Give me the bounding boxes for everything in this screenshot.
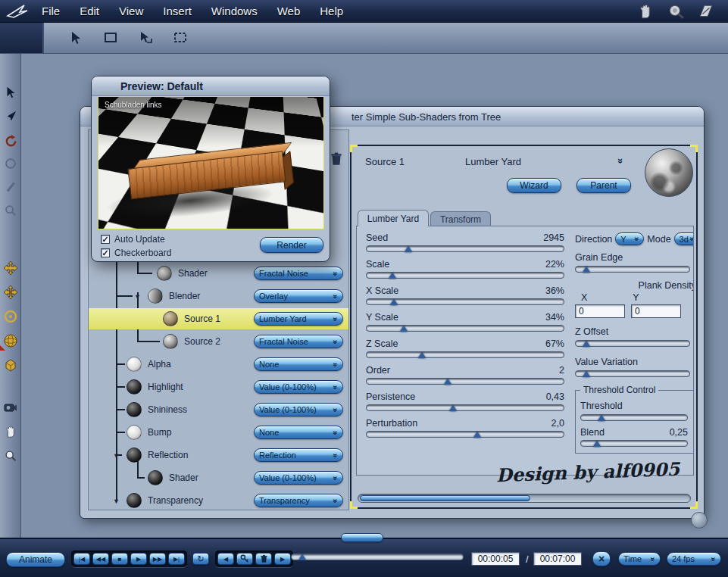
page-room-icon[interactable] (696, 3, 716, 20)
value-variation-slider[interactable] (575, 370, 690, 377)
dashed-marquee-tool-icon[interactable] (170, 27, 191, 48)
plank-density-y-input[interactable] (631, 304, 681, 318)
sphere-manipulator-tool-icon[interactable] (2, 332, 19, 349)
hand-room-icon[interactable] (636, 3, 655, 20)
slider-thumb[interactable] (583, 267, 590, 273)
camera-tool-icon[interactable] (2, 399, 19, 416)
shininess-type-dropdown[interactable]: Value (0-100%)» (254, 403, 343, 416)
slider-thumb[interactable] (389, 273, 396, 279)
loop-button[interactable]: ↻ (192, 553, 209, 565)
add-key-button[interactable] (236, 553, 253, 565)
z-scale-slider[interactable] (366, 351, 564, 358)
expand-triangle-icon[interactable]: ▼ (113, 452, 120, 460)
rotate-view-tool-icon[interactable] (2, 133, 19, 149)
tree-row-source1[interactable]: Source 1 Lumber Yard» (89, 308, 349, 329)
disabled-rotate-tool-icon[interactable] (2, 155, 19, 172)
checkbox-box[interactable]: ✓ (101, 248, 110, 257)
reflection-type-dropdown[interactable]: Reflection» (254, 448, 343, 462)
next-key-button[interactable]: ▶ (274, 553, 291, 565)
auto-update-checkbox[interactable]: ✓ Auto Update (101, 234, 165, 245)
shell-room-icon[interactable] (666, 3, 686, 20)
expand-triangle-icon[interactable]: ▼ (113, 497, 120, 505)
scrubber-thumb[interactable] (298, 554, 306, 560)
timeline-drawer-handle[interactable] (341, 533, 383, 542)
source1-type-dropdown[interactable]: Lumber Yard» (254, 312, 343, 326)
slider-thumb[interactable] (449, 405, 457, 411)
slider-thumb[interactable] (593, 441, 601, 447)
menu-web[interactable]: Web (267, 5, 311, 17)
tree-row-reflection-shader[interactable]: Shader Value (0-100%)» (89, 467, 349, 488)
mode-dropdown[interactable]: 3d» (674, 232, 694, 245)
highlight-type-dropdown[interactable]: Value (0-100%)» (254, 380, 343, 394)
stop-button[interactable]: ■ (111, 553, 128, 565)
collapse-chevron-icon[interactable]: » (615, 158, 626, 164)
slider-thumb[interactable] (405, 246, 412, 252)
window-resize-handle[interactable] (691, 512, 708, 529)
go-to-end-button[interactable]: ▶| (168, 553, 185, 565)
slider-thumb[interactable] (583, 341, 590, 347)
menu-help[interactable]: Help (310, 5, 353, 17)
tree-row-transparency[interactable]: ▼ Transparency Transparency» (89, 490, 349, 510)
slider-thumb[interactable] (390, 299, 398, 305)
tab-transform[interactable]: Transform (430, 211, 491, 226)
scrollbar-thumb[interactable] (360, 495, 530, 501)
slider-thumb[interactable] (444, 379, 451, 385)
marquee-rect-tool-icon[interactable] (100, 27, 121, 48)
tree-row-highlight[interactable]: Highlight Value (0-100%)» (89, 376, 349, 398)
direction-dropdown[interactable]: Y» (615, 232, 644, 245)
tab-lumber-yard[interactable]: Lumber Yard (358, 210, 429, 226)
blender-type-dropdown[interactable]: Overlay» (254, 289, 343, 303)
box-stack-tool-icon[interactable] (2, 357, 19, 373)
render-button[interactable]: Render (260, 237, 323, 253)
delete-key-button[interactable] (255, 553, 272, 565)
direct-select-tool-icon[interactable] (135, 27, 156, 48)
slider-thumb[interactable] (400, 326, 408, 332)
current-time-field[interactable] (471, 552, 520, 566)
seed-slider[interactable] (366, 245, 564, 252)
menu-insert[interactable]: Insert (153, 5, 202, 17)
total-time-field[interactable] (533, 552, 582, 566)
move-3d-tool-icon[interactable] (2, 284, 19, 301)
move-tool-icon[interactable] (2, 260, 19, 276)
tree-row-alpha[interactable]: Alpha None» (89, 354, 349, 375)
menu-file[interactable]: File (32, 5, 70, 17)
previous-key-button[interactable]: ◀ (217, 553, 234, 565)
reflection-shader-dropdown[interactable]: Value (0-100%)» (254, 471, 343, 485)
dart-select-tool-icon[interactable] (2, 108, 19, 125)
expand-triangle-icon[interactable]: ▼ (134, 293, 141, 301)
plank-density-x-input[interactable] (575, 304, 625, 318)
detail-horizontal-scrollbar[interactable] (358, 494, 691, 503)
source2-type-dropdown[interactable]: Fractal Noise» (254, 335, 343, 348)
order-slider[interactable] (366, 378, 564, 385)
tree-row-bump[interactable]: Bump None» (89, 422, 349, 443)
animate-button[interactable]: Animate (6, 552, 65, 567)
x-scale-slider[interactable] (366, 298, 564, 305)
wizard-button[interactable]: Wizard (507, 178, 561, 193)
slider-thumb[interactable] (418, 352, 426, 358)
go-to-start-button[interactable]: |◀ (73, 553, 90, 565)
transparency-type-dropdown[interactable]: Transparency» (254, 494, 343, 507)
scale-slider[interactable] (366, 272, 564, 279)
zoom-tool-icon[interactable] (2, 448, 19, 464)
fast-forward-button[interactable]: ▶▶ (149, 553, 166, 565)
tree-row-shininess[interactable]: Shininess Value (0-100%)» (89, 399, 349, 420)
threshold-slider[interactable] (580, 414, 688, 421)
tree-row-reflection[interactable]: ▼ Reflection Reflection» (89, 444, 349, 466)
y-scale-slider[interactable] (366, 325, 564, 332)
trash-icon[interactable] (330, 151, 343, 170)
disabled-pen-tool-icon[interactable] (2, 178, 19, 195)
play-button[interactable]: ▶ (130, 553, 147, 565)
disabled-zoom-tool-icon[interactable] (2, 202, 19, 219)
checkbox-box[interactable]: ✓ (101, 235, 110, 244)
fps-dropdown[interactable]: 24 fps» (667, 552, 721, 566)
select-arrow-tool-icon[interactable] (2, 84, 19, 101)
cross-toggle-button[interactable]: × (592, 551, 611, 566)
grain-edge-slider[interactable] (575, 266, 690, 273)
z-offset-slider[interactable] (575, 340, 690, 347)
parent-button[interactable]: Parent (576, 178, 631, 193)
checkerboard-checkbox[interactable]: ✓ Checkerboard (101, 248, 171, 258)
shader-type-dropdown[interactable]: Fractal Noise» (254, 267, 343, 280)
persistence-slider[interactable] (366, 404, 564, 411)
menu-windows[interactable]: Windows (202, 5, 267, 17)
perturbation-slider[interactable] (366, 431, 564, 438)
